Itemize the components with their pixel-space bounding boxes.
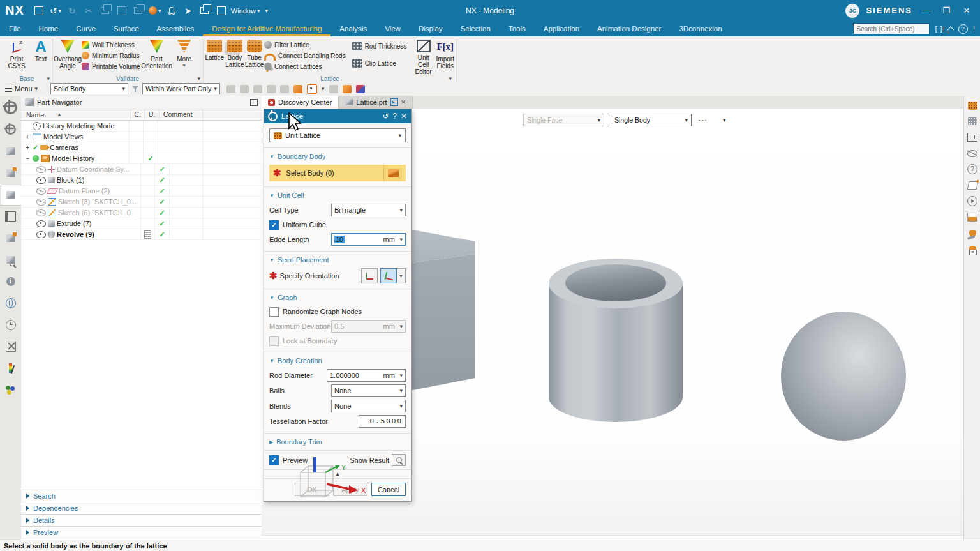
tree-row-history-modeling-mode[interactable]: History Modeling Mode [21, 121, 262, 132]
snap-face-icon[interactable] [329, 85, 338, 93]
body-rule-dropdown[interactable]: Single Body [611, 114, 692, 126]
tab-animation-designer[interactable]: Animation Designer [588, 21, 670, 36]
tube-hole[interactable] [565, 264, 666, 301]
assembly-navigator-icon[interactable] [4, 144, 18, 158]
print-csys-button[interactable]: Z Print CSYS [3, 36, 31, 70]
sphere-body[interactable] [781, 312, 906, 441]
column-comment[interactable]: Comment [160, 109, 203, 120]
snap-arc-center-icon[interactable] [280, 85, 289, 93]
user-avatar[interactable]: JC [845, 4, 859, 18]
validate-more-button[interactable]: More ▾ [174, 36, 195, 68]
command-finder-button[interactable]: ▾ [148, 5, 162, 17]
snap-point-icon[interactable] [226, 85, 235, 93]
uniform-cube-row[interactable]: ✓ Uniform Cube [269, 219, 406, 230]
visible-eye-icon[interactable] [36, 177, 46, 184]
rod-thickness-shortcut-icon[interactable] [967, 116, 979, 127]
rod-diameter-field[interactable]: 1.000000 mm [327, 369, 406, 382]
text-button[interactable]: A Text [31, 36, 51, 63]
tree-row-model-history[interactable]: Model History ✓ [21, 153, 262, 164]
wall-thickness-button[interactable]: Wall Thickness [82, 40, 140, 49]
tree-row-model-views[interactable]: Model Views [21, 132, 262, 142]
tree-row-datum-csys[interactable]: Datum Coordinate Sy... ✓ [21, 164, 262, 175]
visible-eye-icon[interactable] [36, 220, 46, 227]
csys-dialog-button[interactable] [361, 268, 378, 283]
save-button[interactable] [32, 5, 46, 17]
rod-diameter-value[interactable]: 1.000000 [330, 372, 380, 379]
lattice-shortcut-icon[interactable] [967, 100, 979, 111]
connect-dangling-rods-button[interactable]: Connect Dangling Rods [264, 51, 346, 60]
graph-header[interactable]: ▼Graph [269, 292, 406, 303]
body-lattice-button[interactable]: Body Lattice [225, 36, 244, 68]
customize-quick-access-icon[interactable]: ▾ [265, 8, 268, 14]
part-navigator-icon[interactable] [4, 188, 18, 201]
tree-row-datum-plane[interactable]: Datum Plane (2) ✓ [21, 186, 262, 197]
tree-row-block[interactable]: Block (1) ✓ [21, 175, 262, 186]
filter-lattice-button[interactable]: Filter Lattice [264, 40, 346, 49]
column-u[interactable]: U. [145, 109, 160, 120]
edge-length-field[interactable]: 10 mm [331, 233, 406, 246]
tube-lattice-button[interactable]: Tube Lattice [244, 36, 264, 68]
close-tab-icon[interactable]: × [401, 98, 406, 106]
tab-home[interactable]: Home [30, 21, 68, 36]
blends-dropdown[interactable]: None [331, 400, 406, 412]
lattice-button[interactable]: Lattice [204, 36, 225, 61]
tree-collapse-icon[interactable] [25, 155, 31, 162]
tree-row-cameras[interactable]: ✓Cameras [21, 142, 262, 153]
sketch-shortcut-icon[interactable] [967, 179, 979, 191]
toolbar-dropdown-icon[interactable]: ▾ [723, 117, 726, 123]
close-button[interactable]: ✕ [960, 6, 974, 15]
section-dependencies[interactable]: Dependencies [21, 502, 262, 514]
base-group-dialog-icon[interactable]: ▾ [47, 75, 50, 82]
section-details[interactable]: Details [21, 514, 262, 526]
tab-view[interactable]: View [376, 21, 410, 36]
preview-checkbox[interactable]: ✓ [269, 455, 279, 465]
validate-group-dialog-icon[interactable]: ▾ [197, 75, 200, 82]
unit-cell-header[interactable]: ▼Unit Cell [269, 190, 406, 201]
tab-application[interactable]: Application [535, 21, 588, 36]
rod-thickness-button[interactable]: Rod Thickness [352, 40, 407, 52]
body-creation-header[interactable]: ▼Body Creation [269, 355, 406, 366]
tab-tools[interactable]: Tools [500, 21, 535, 36]
randomize-graph-nodes-checkbox[interactable] [269, 307, 279, 317]
play-icon[interactable] [967, 195, 979, 207]
snap-endpoint-icon[interactable] [240, 85, 249, 93]
part-search-icon[interactable] [4, 253, 18, 266]
tessellation-factor-field[interactable]: 0.5000 [359, 415, 406, 428]
overhang-angle-button[interactable]: Overhang Angle [54, 36, 82, 70]
snap-bounded-plane-icon[interactable] [343, 85, 352, 93]
snap-solid-icon[interactable] [356, 85, 365, 93]
hidden-eye-icon[interactable] [36, 166, 46, 173]
tree-expand-icon[interactable] [25, 144, 31, 151]
lattice-group-dialog-icon[interactable]: ▾ [449, 75, 452, 82]
selection-filter-icon[interactable] [132, 86, 138, 92]
balls-dropdown[interactable]: None [331, 384, 406, 397]
tab-design-for-additive-manufacturing[interactable]: Design for Additive Manufacturing [203, 21, 330, 36]
snap-midpoint-icon[interactable] [253, 85, 262, 93]
orientation-triad-button[interactable] [380, 268, 397, 283]
edge-length-value[interactable]: 10 [334, 236, 345, 243]
process-tools-icon[interactable] [4, 340, 18, 353]
cascade-windows-button[interactable] [198, 5, 212, 17]
face-rule-dropdown[interactable]: Single Face [523, 114, 604, 126]
import-fields-button[interactable]: F[x] Import Fields [435, 36, 456, 70]
constraint-navigator-icon[interactable] [4, 166, 18, 179]
tab-curve[interactable]: Curve [67, 21, 105, 36]
info-icon[interactable]: i [4, 275, 18, 288]
search-input[interactable] [854, 26, 943, 33]
connect-lattices-button[interactable]: Connect Lattices [264, 62, 346, 71]
snap-existing-point-icon[interactable] [307, 84, 317, 94]
cell-type-dropdown[interactable]: BiTriangle [331, 204, 406, 216]
command-search[interactable] [853, 23, 930, 34]
undock-panel-icon[interactable] [250, 99, 258, 106]
snap-quadrant-icon[interactable] [293, 85, 302, 93]
tree-expand-icon[interactable] [25, 133, 31, 140]
dialog-header[interactable]: Lattice ↺ ? ✕ [264, 109, 411, 123]
restore-button[interactable]: ❐ [939, 6, 953, 15]
tab-surface[interactable]: Surface [105, 21, 148, 36]
roles-icon[interactable] [4, 383, 18, 396]
notes-book-icon[interactable] [4, 209, 18, 223]
dialog-close-icon[interactable]: ✕ [401, 112, 407, 120]
type-filter-dropdown[interactable]: Solid Body [50, 83, 128, 94]
menu-button[interactable]: Menu ▾ [0, 85, 43, 93]
cylinder-wrench-icon[interactable] [967, 227, 979, 239]
